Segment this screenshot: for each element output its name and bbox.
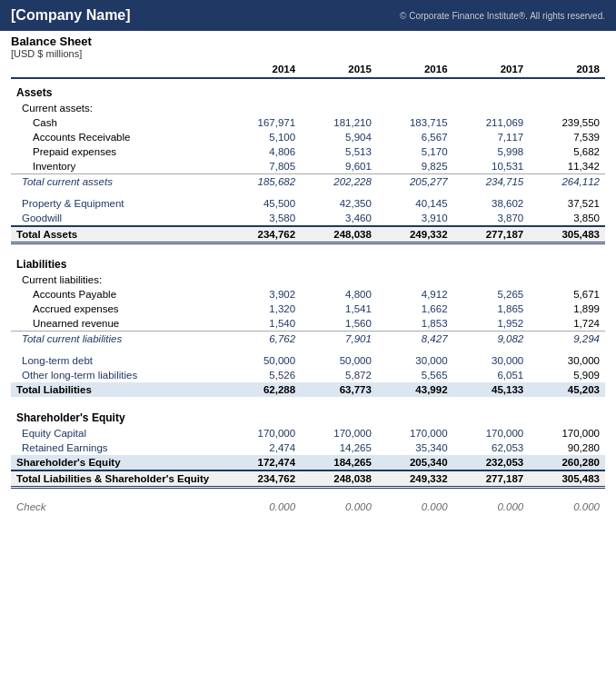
spacer-5	[11, 487, 605, 494]
goodwill-row: Goodwill 3,580 3,460 3,910 3,870 3,850	[11, 211, 605, 226]
ppe-row: Property & Equipment 45,500 42,350 40,14…	[11, 196, 605, 211]
total-liabilities-row: Total Liabilities 62,288 63,773 43,992 4…	[11, 382, 605, 397]
current-assets-label-row: Current assets:	[11, 101, 605, 115]
col-header-2015: 2015	[301, 61, 377, 78]
total-assets-row: Total Assets 234,762 248,038 249,332 277…	[11, 226, 605, 243]
retained-earnings-row: Retained Earnings 2,474 14,265 35,340 62…	[11, 441, 605, 455]
col-header-label	[11, 61, 224, 78]
shareholders-equity-row: Shareholder's Equity 172,474 184,265 205…	[11, 455, 605, 470]
col-header-2018: 2018	[529, 61, 605, 78]
total-liabilities-equity-row: Total Liabilities & Shareholder's Equity…	[11, 470, 605, 488]
inventory-row: Inventory 7,805 9,601 9,825 10,531 11,34…	[11, 159, 605, 174]
spacer-4	[11, 397, 605, 404]
total-current-assets-row: Total current assets 185,682 202,228 205…	[11, 174, 605, 190]
ap-row: Accounts Payable 3,902 4,800 4,912 5,265…	[11, 287, 605, 302]
spacer-2	[11, 243, 605, 251]
ltd-row: Long-term debt 50,000 50,000 30,000 30,0…	[11, 353, 605, 368]
cash-row: Cash 167,971 181,210 183,715 211,069 239…	[11, 115, 605, 130]
page-title: Balance Sheet	[11, 35, 605, 48]
assets-section-header: Assets	[11, 78, 605, 101]
unearned-row: Unearned revenue 1,540 1,560 1,853 1,952…	[11, 316, 605, 332]
company-name: [Company Name]	[11, 7, 131, 24]
copyright: © Corporate Finance Institute®. All righ…	[400, 11, 605, 21]
check-row: Check 0.000 0.000 0.000 0.000 0.000	[11, 494, 605, 514]
col-header-2016: 2016	[377, 61, 453, 78]
spacer-3	[11, 346, 605, 353]
accrued-row: Accrued expenses 1,320 1,541 1,662 1,865…	[11, 302, 605, 316]
col-header-2014: 2014	[224, 61, 301, 78]
prepaid-row: Prepaid expenses 4,806 5,513 5,170 5,998…	[11, 144, 605, 159]
spacer-1	[11, 189, 605, 196]
current-liabilities-label-row: Current liabilities:	[11, 272, 605, 287]
total-current-liabilities-row: Total current liabilities 6,762 7,901 8,…	[11, 331, 605, 346]
equity-section-header: Shareholder's Equity	[11, 404, 605, 426]
ar-row: Accounts Receivable 5,100 5,904 6,567 7,…	[11, 130, 605, 144]
currency-label: [USD $ millions]	[11, 48, 605, 59]
other-lt-row: Other long-term liabilities 5,526 5,872 …	[11, 368, 605, 382]
col-header-2017: 2017	[453, 61, 530, 78]
liabilities-section-header: Liabilities	[11, 251, 605, 272]
equity-capital-row: Equity Capital 170,000 170,000 170,000 1…	[11, 426, 605, 441]
